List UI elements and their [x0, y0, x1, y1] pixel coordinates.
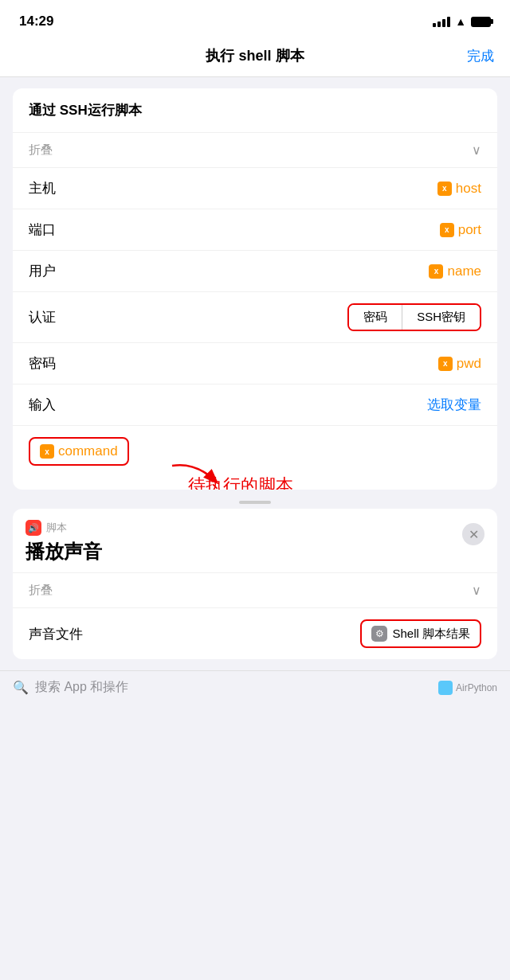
wifi-icon: ▲	[455, 15, 466, 28]
status-icons: ▲	[433, 15, 491, 28]
user-value[interactable]: x name	[429, 264, 481, 279]
password-label: 密码	[29, 354, 56, 373]
sound-title: 播放声音	[26, 539, 102, 564]
sound-file-label: 声音文件	[29, 625, 83, 643]
sound-script-label: 🔊 脚本	[26, 520, 102, 536]
sound-chevron-icon[interactable]: ∨	[472, 583, 481, 598]
user-badge: x	[429, 264, 443, 279]
port-badge: x	[440, 223, 454, 237]
nav-bar: 执行 shell 脚本 完成	[0, 38, 510, 77]
airpython-dot-icon	[438, 681, 453, 695]
signal-icon	[433, 17, 450, 27]
host-value[interactable]: x host	[437, 181, 481, 197]
sound-card: 🔊 脚本 播放声音 ✕ 折叠 ∨ 声音文件 ⚙ Shell 脚本结果	[13, 509, 497, 659]
auth-row: 认证 密码 SSH密钥	[13, 292, 497, 343]
password-row: 密码 x pwd	[13, 343, 497, 385]
main-card: 通过 SSH运行脚本 折叠 ∨ 主机 x host 端口 x port 用户 x…	[13, 88, 497, 490]
auth-selector[interactable]: 密码 SSH密钥	[347, 303, 481, 331]
status-time: 14:29	[19, 14, 53, 29]
annotation-text: 待执行的脚本	[188, 474, 293, 490]
sound-script-icon: 🔊	[26, 520, 41, 536]
user-row: 用户 x name	[13, 251, 497, 292]
sound-collapse-label: 折叠	[29, 583, 53, 598]
scroll-indicator	[0, 501, 510, 504]
auth-label: 认证	[29, 308, 56, 326]
sound-header-left: 🔊 脚本 播放声音	[26, 520, 102, 564]
password-badge: x	[438, 357, 453, 371]
port-value[interactable]: x port	[440, 222, 481, 238]
ssh-section-header: 通过 SSH运行脚本	[13, 88, 497, 133]
host-tag-text: host	[456, 181, 481, 197]
chevron-down-icon[interactable]: ∨	[472, 143, 481, 158]
host-badge: x	[437, 182, 452, 196]
page-title: 执行 shell 脚本	[206, 46, 304, 65]
airpython-logo: AirPython	[438, 681, 497, 695]
command-tag[interactable]: x command	[29, 437, 129, 466]
search-input[interactable]: 搜索 App 和操作	[35, 679, 128, 696]
input-label: 输入	[29, 396, 56, 414]
collapse-label: 折叠	[29, 143, 53, 158]
user-label: 用户	[29, 262, 56, 280]
shell-result-icon: ⚙	[371, 626, 387, 642]
command-badge: x	[40, 444, 54, 459]
shell-result-value[interactable]: ⚙ Shell 脚本结果	[360, 619, 481, 648]
host-label: 主机	[29, 179, 56, 197]
auth-password-option[interactable]: 密码	[349, 305, 402, 330]
port-tag-text: port	[458, 222, 481, 238]
scroll-dot	[239, 501, 271, 504]
password-value[interactable]: x pwd	[438, 356, 481, 372]
status-bar: 14:29 ▲	[0, 0, 510, 38]
battery-icon	[471, 17, 491, 27]
search-bar: 🔍 搜索 App 和操作 AirPython	[0, 670, 510, 704]
sound-collapse-row[interactable]: 折叠 ∨	[13, 573, 497, 608]
collapse-row[interactable]: 折叠 ∨	[13, 133, 497, 168]
host-row: 主机 x host	[13, 168, 497, 209]
sound-file-row: 声音文件 ⚙ Shell 脚本结果	[13, 608, 497, 659]
password-tag-text: pwd	[457, 356, 481, 372]
search-icon: 🔍	[13, 680, 29, 695]
close-button[interactable]: ✕	[462, 523, 484, 545]
airpython-text: AirPython	[456, 682, 497, 693]
input-row: 输入 选取变量	[13, 385, 497, 426]
port-label: 端口	[29, 221, 56, 239]
sound-script-text: 脚本	[46, 521, 67, 535]
auth-sshkey-option[interactable]: SSH密钥	[402, 305, 480, 330]
command-area: x command 待执行的脚本	[13, 426, 497, 490]
port-row: 端口 x port	[13, 209, 497, 251]
sound-card-header: 🔊 脚本 播放声音 ✕	[13, 509, 497, 573]
shell-result-text: Shell 脚本结果	[392, 627, 470, 642]
user-tag-text: name	[447, 264, 481, 279]
done-button[interactable]: 完成	[467, 47, 494, 65]
select-var-button[interactable]: 选取变量	[427, 396, 481, 414]
command-tag-text: command	[58, 443, 118, 459]
